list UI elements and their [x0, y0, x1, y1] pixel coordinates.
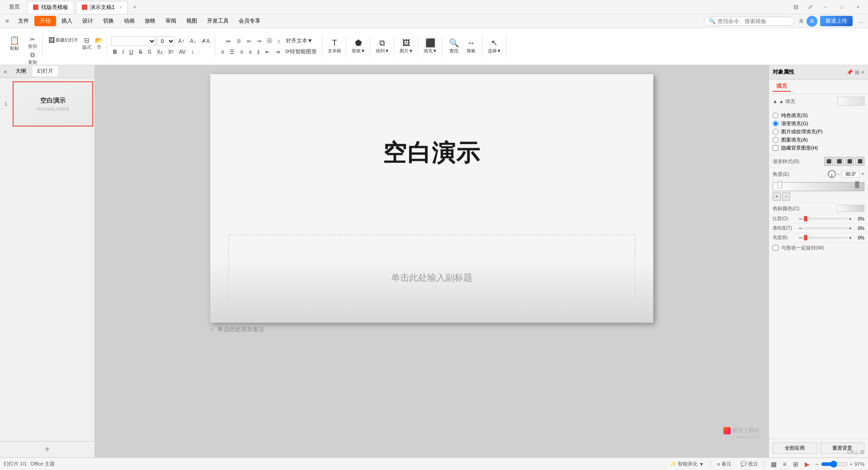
more-btn[interactable]: ⊞	[855, 69, 859, 75]
menu-insert[interactable]: 插入	[57, 15, 77, 27]
text-align-btn[interactable]: 对齐文本▼	[283, 36, 315, 46]
restore-btn[interactable]: □	[835, 3, 848, 12]
zoom-out-btn[interactable]: ─	[816, 461, 819, 467]
expand-icon-btn[interactable]: ⤢	[805, 2, 816, 13]
fill-color-preview[interactable]	[837, 97, 864, 106]
justify-btn[interactable]: ≡	[246, 47, 254, 57]
zoom-slider[interactable]	[821, 461, 848, 468]
gradient-bar[interactable]	[773, 182, 864, 191]
paste-btn[interactable]: 📋 粘贴	[5, 35, 24, 52]
subscript-btn[interactable]: X₂	[155, 47, 165, 57]
checkbox-hide[interactable]: 隐藏背景图形(H)	[773, 145, 864, 151]
layout-icon-btn[interactable]: ⊟	[790, 2, 801, 13]
text-dir-btn[interactable]: Ⓐ	[264, 36, 274, 46]
col-btn[interactable]: ⫿	[255, 47, 262, 57]
title-area[interactable]: 空白演示	[210, 74, 653, 232]
beauty-btn[interactable]: ✨ 智能美化 ▼	[667, 460, 707, 468]
menu-animate[interactable]: 动画	[119, 15, 139, 27]
zoom-in-btn[interactable]: +	[850, 461, 853, 467]
radio-gradient-input[interactable]	[773, 121, 778, 127]
position-slider[interactable]	[804, 218, 848, 220]
apply-all-btn[interactable]: 全部应用	[773, 442, 817, 454]
notes-placeholder[interactable]: 单击此处添加备注	[217, 325, 264, 334]
subtitle-text[interactable]: 单击此处输入副标题	[391, 272, 472, 284]
font-clear-btn[interactable]: ✗A	[199, 36, 212, 46]
position-inc-btn[interactable]: +	[849, 216, 852, 221]
menu-review[interactable]: 审阅	[161, 15, 181, 27]
add-slide-area[interactable]: +	[0, 441, 94, 457]
menu-file[interactable]: 文件	[14, 15, 33, 27]
gradient-style-btn-1[interactable]: ⬛	[824, 157, 833, 166]
smart-shape-btn[interactable]: ⟳转智能图形	[283, 47, 319, 57]
pin-btn[interactable]: 📌	[846, 69, 853, 75]
tab-templates[interactable]: 找版亮模板	[27, 1, 74, 14]
minimize-btn[interactable]: ─	[819, 3, 832, 12]
slide-canvas[interactable]: 空白演示 单击此处输入副标题	[210, 74, 653, 323]
align-right-btn[interactable]: ≡	[238, 47, 245, 57]
ch-btn[interactable]: CH △ 简	[847, 449, 864, 456]
view-present-btn[interactable]: ▶	[802, 460, 812, 469]
align-left-btn[interactable]: ≡	[219, 47, 226, 57]
tab-presentation[interactable]: 演示文稿1 ×	[76, 1, 128, 14]
user-avatar[interactable]: 表	[807, 16, 817, 27]
brightness-dec-btn[interactable]: ─	[799, 235, 802, 240]
gradient-style-btn-3[interactable]: ⬛	[845, 157, 854, 166]
close-btn[interactable]: ×	[852, 3, 864, 12]
notes-area[interactable]: ≡ 单击此处添加备注	[210, 323, 653, 336]
collapse-btn[interactable]: «	[4, 68, 7, 75]
layout-btn[interactable]: ⊟ 版式	[81, 36, 93, 51]
indent-dec-btn[interactable]: ⇐	[245, 36, 254, 46]
rotate-with-checkbox[interactable]	[773, 245, 778, 251]
strikethrough-btn[interactable]: S	[137, 47, 145, 57]
menu-devtools[interactable]: 开发工具	[203, 15, 233, 27]
indent-left-btn[interactable]: ⇤	[263, 47, 272, 57]
opacity-inc-btn[interactable]: +	[849, 226, 852, 231]
position-slider-handle[interactable]	[804, 216, 807, 221]
brightness-slider-handle[interactable]	[804, 235, 807, 240]
radio-texture-input[interactable]	[773, 129, 778, 135]
menu-view[interactable]: 视图	[182, 15, 202, 27]
radio-solid[interactable]: 纯色填充(S)	[773, 112, 864, 119]
slide-thumbnail-1[interactable]: 1 空白演示 单击此处输入副标题	[4, 81, 91, 127]
new-slide-btn[interactable]: 🖼 新建幻灯片	[47, 36, 80, 44]
radio-gradient[interactable]: 渐变填充(G)	[773, 120, 864, 127]
radio-pattern[interactable]: 图案填充(A)	[773, 136, 864, 143]
slide-title[interactable]: 空白演示	[383, 137, 481, 169]
radio-texture[interactable]: 图片或纹理填充(P)	[773, 128, 864, 135]
slide-tab[interactable]: 幻灯片	[33, 66, 58, 76]
comment-btn[interactable]: 💬 批注	[738, 460, 761, 468]
radio-pattern-input[interactable]	[773, 137, 778, 143]
bold-btn[interactable]: B	[111, 47, 119, 57]
superscript-btn[interactable]: X²	[166, 47, 176, 57]
notes-btn[interactable]: ≡ 备注	[714, 460, 734, 468]
italic-btn[interactable]: I	[120, 47, 126, 57]
underline-btn[interactable]: U	[127, 47, 136, 57]
upload-btn[interactable]: 极速上传	[820, 16, 853, 26]
gradient-style-btn-2[interactable]: ⬛	[835, 157, 844, 166]
gradient-style-btn-4[interactable]: ⬛	[855, 157, 864, 166]
menu-switch[interactable]: 切换	[99, 15, 118, 27]
menu-design[interactable]: 设计	[78, 15, 98, 27]
font-family-select[interactable]	[111, 36, 156, 46]
view-outline-btn[interactable]: ≡	[781, 460, 789, 469]
shadow-btn[interactable]: S	[146, 47, 154, 57]
section-btn[interactable]: 📂 节	[94, 36, 104, 51]
tab-home[interactable]: 首页	[4, 1, 25, 14]
brightness-inc-btn[interactable]: +	[849, 235, 852, 240]
radio-solid-input[interactable]	[773, 113, 778, 118]
fill-btn[interactable]: ⬛ 填充▼	[422, 38, 439, 55]
image-btn[interactable]: 🖼 图片▼	[398, 38, 415, 55]
checkbox-hide-input[interactable]	[773, 145, 778, 151]
color-selector[interactable]	[837, 205, 864, 212]
copy-btn[interactable]: ⧉ 复制	[24, 51, 41, 66]
opacity-slider[interactable]	[804, 227, 848, 229]
gradient-remove-btn[interactable]: −	[782, 193, 790, 201]
char-spacing-btn[interactable]: AV	[177, 47, 188, 57]
angle-input[interactable]	[842, 171, 860, 178]
angle-dec-btn[interactable]: ─	[837, 172, 840, 177]
font-dec-btn[interactable]: A↓	[188, 36, 198, 46]
opacity-dec-btn[interactable]: ─	[799, 226, 802, 231]
shape-btn[interactable]: ⬟ 形状▼	[350, 38, 367, 55]
gradient-handle-left[interactable]	[778, 181, 782, 188]
outline-tab[interactable]: 大纲	[11, 66, 31, 76]
